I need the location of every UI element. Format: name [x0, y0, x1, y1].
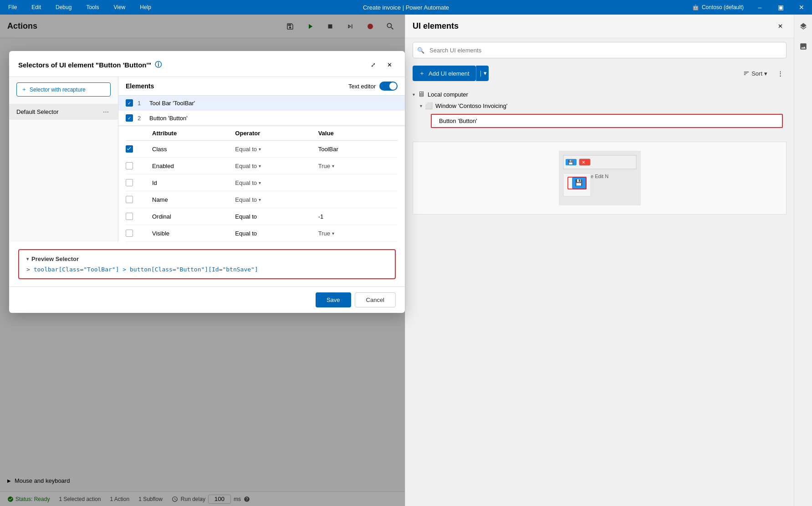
attr-enabled-operator[interactable]: Equal to ▾: [235, 163, 314, 169]
layers-icon[interactable]: [795, 18, 812, 35]
info-icon[interactable]: ⓘ: [155, 61, 162, 69]
attr-enabled-value[interactable]: True ▾: [318, 163, 398, 169]
element-row-1[interactable]: ✓ 1 Tool Bar 'ToolBar': [118, 96, 405, 111]
app-preview: 💾 ✕ e Edit N 💾: [413, 142, 786, 215]
selector-more-button[interactable]: ⋯: [101, 107, 111, 116]
ui-search-bar: 🔍: [405, 38, 794, 62]
attr-id-name: Id: [152, 179, 231, 186]
attr-class-checkbox[interactable]: [126, 145, 133, 153]
attr-ordinal-name: Ordinal: [152, 213, 231, 220]
expand-modal-button[interactable]: ⤢: [367, 58, 379, 71]
attr-class-value: ToolBar: [318, 146, 398, 153]
close-modal-button[interactable]: ✕: [383, 58, 396, 71]
add-selector-label: Selector with recapture: [30, 87, 86, 93]
attr-row-id: Id Equal to ▾: [126, 174, 398, 191]
attributes-table: Attribute Operator Value Class: [118, 126, 405, 242]
cancel-button[interactable]: Cancel: [355, 292, 396, 307]
button-label: Button 'Button': [439, 118, 477, 124]
chevron-down-icon: ▾: [332, 231, 334, 236]
attr-name-name: Name: [152, 196, 231, 203]
add-selector-button[interactable]: ＋ Selector with recapture: [16, 82, 111, 97]
right-sidebar: [794, 15, 812, 506]
preview-chevron-icon: ▾: [26, 256, 29, 261]
element-1-number: 1: [138, 100, 145, 107]
tree-window[interactable]: ▾ ⬜ Window 'Contoso Invoicing': [405, 100, 794, 111]
add-button-group: ＋ Add UI element ｜▾: [413, 66, 489, 81]
attr-name-checkbox[interactable]: [126, 196, 133, 203]
attr-row-visible: Visible Equal to True ▾: [126, 225, 398, 242]
attr-class-operator[interactable]: Equal to ▾: [235, 146, 314, 153]
modal-header: Selectors of UI element "Button 'Button'…: [9, 51, 405, 77]
preview-selector-text: toolbar[Class="ToolBar"] > button[Class=…: [34, 266, 258, 273]
element-2-label: Button 'Button': [149, 115, 188, 122]
add-ui-element-dropdown-button[interactable]: ｜▾: [476, 66, 489, 81]
modal-footer: Save Cancel: [9, 286, 405, 313]
preview-title: Preview Selector: [31, 256, 79, 262]
modal-title: Selectors of UI element "Button 'Button'…: [18, 61, 162, 69]
attr-name-operator[interactable]: Equal to ▾: [235, 196, 314, 203]
col-operator-header: Operator: [235, 130, 314, 137]
ui-add-bar: ＋ Add UI element ｜▾ Sort ▾ ⋮: [405, 62, 794, 85]
default-selector-item[interactable]: Default Selector ⋯: [9, 104, 118, 120]
chevron-down-icon: ▾: [259, 180, 261, 185]
attr-enabled-checkbox[interactable]: [126, 162, 133, 169]
sort-controls: Sort ▾ ⋮: [739, 67, 786, 80]
tree-button-highlighted[interactable]: Button 'Button': [405, 111, 794, 131]
account-label[interactable]: 🤖 Contoso (default): [692, 4, 744, 10]
menu-debug[interactable]: Debug: [53, 2, 74, 12]
tree-local-computer[interactable]: ▾ 🖥 Local computer: [405, 88, 794, 100]
modal-header-controls: ⤢ ✕: [367, 58, 396, 71]
modal-sidebar: ＋ Selector with recapture Default Select…: [9, 77, 118, 242]
attr-visible-checkbox[interactable]: [126, 230, 133, 237]
dropdown-arrow-icon: ｜▾: [478, 69, 487, 77]
text-editor-label: Text editor: [348, 83, 376, 90]
element-1-checkbox[interactable]: ✓: [126, 99, 133, 107]
element-2-checkbox[interactable]: ✓: [126, 114, 133, 122]
element-row-2[interactable]: ✓ 2 Button 'Button': [118, 111, 405, 126]
chevron-down-icon: ▾: [420, 103, 422, 108]
attr-visible-name: Visible: [152, 230, 231, 237]
menu-file[interactable]: File: [5, 2, 20, 12]
sort-button[interactable]: Sort ▾: [739, 67, 772, 80]
app-title: Create invoice | Power Automate: [363, 4, 449, 11]
text-editor-toggle: Text editor: [348, 82, 398, 91]
menu-edit[interactable]: Edit: [29, 2, 44, 12]
attr-row-class: Class Equal to ▾ ToolBar: [126, 141, 398, 158]
sort-chevron-icon: ▾: [764, 70, 767, 77]
titlebar: File Edit Debug Tools View Help Create i…: [0, 0, 812, 15]
preview-section: ▾ Preview Selector > toolbar[Class="Tool…: [18, 249, 396, 279]
chevron-down-icon: ▾: [259, 147, 261, 152]
ui-elements-header: UI elements ✕: [405, 15, 794, 38]
attr-visible-value[interactable]: True ▾: [318, 230, 398, 237]
save-button[interactable]: Save: [316, 292, 351, 307]
text-editor-switch[interactable]: [379, 82, 398, 91]
ui-elements-panel: UI elements ✕ 🔍 ＋ Add UI element ｜▾: [405, 15, 794, 506]
chevron-down-icon: ▾: [332, 164, 334, 169]
attr-id-operator[interactable]: Equal to ▾: [235, 179, 314, 186]
app-preview-image: 💾 ✕ e Edit N 💾: [559, 151, 641, 205]
close-button[interactable]: ✕: [791, 0, 812, 15]
selector-list: Default Selector ⋯: [9, 102, 118, 122]
menu-view[interactable]: View: [111, 2, 128, 12]
svg-text:e  Edit  N: e Edit N: [591, 174, 608, 179]
menu-tools[interactable]: Tools: [83, 2, 102, 12]
more-options-button[interactable]: ⋮: [774, 67, 786, 80]
main-layout: Actions: [0, 15, 812, 506]
minimize-button[interactable]: ‒: [749, 0, 770, 15]
attr-class-name: Class: [152, 146, 231, 153]
ui-search-input[interactable]: [413, 42, 786, 58]
right-panel-wrapper: UI elements ✕ 🔍 ＋ Add UI element ｜▾: [405, 15, 812, 506]
chevron-down-icon: ▾: [259, 164, 261, 169]
col-value-header: Value: [318, 130, 398, 137]
menu-help[interactable]: Help: [137, 2, 154, 12]
attr-ordinal-checkbox[interactable]: [126, 213, 133, 220]
attr-id-checkbox[interactable]: [126, 179, 133, 186]
selector-item-label: Default Selector: [16, 108, 59, 115]
col-checkbox-header: [126, 130, 148, 137]
svg-text:✕: ✕: [582, 160, 585, 165]
modal-overlay: Selectors of UI element "Button 'Button'…: [0, 15, 405, 506]
ui-elements-close-button[interactable]: ✕: [774, 20, 786, 33]
maximize-button[interactable]: ▣: [770, 0, 791, 15]
add-ui-element-button[interactable]: ＋ Add UI element: [413, 66, 476, 81]
image-icon[interactable]: [795, 38, 812, 55]
